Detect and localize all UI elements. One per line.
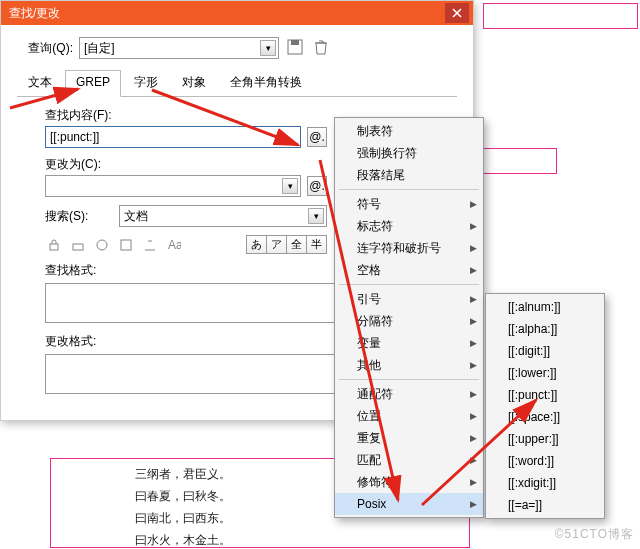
svg-point-4 <box>97 240 107 250</box>
menu-item[interactable]: 制表符 <box>335 120 483 142</box>
query-label: 查询(Q): <box>17 40 73 57</box>
submenu-item[interactable]: [[:word:]] <box>486 450 604 472</box>
menu-item[interactable]: 分隔符 <box>335 310 483 332</box>
bg-text-frame <box>483 148 557 174</box>
menu-item[interactable]: 标志符 <box>335 215 483 237</box>
menu-item[interactable]: 位置 <box>335 405 483 427</box>
menu-item[interactable]: 匹配 <box>335 449 483 471</box>
svg-text:Aa: Aa <box>168 238 181 252</box>
submenu-item[interactable]: [[:alnum:]] <box>486 296 604 318</box>
locked-stories-icon[interactable] <box>69 236 87 254</box>
svg-rect-2 <box>50 244 58 250</box>
tab-object[interactable]: 对象 <box>171 69 217 96</box>
submenu-item[interactable]: [[:lower:]] <box>486 362 604 384</box>
footnotes-icon[interactable] <box>141 236 159 254</box>
menu-item[interactable]: 段落结尾 <box>335 164 483 186</box>
find-input[interactable] <box>45 126 301 148</box>
search-scope-label: 搜索(S): <box>45 208 113 225</box>
submenu-item[interactable]: [[:space:]] <box>486 406 604 428</box>
watermark: ©51CTO博客 <box>555 526 634 543</box>
chevron-down-icon: ▾ <box>308 208 324 224</box>
query-combo[interactable]: [自定] ▾ <box>79 37 279 59</box>
close-button[interactable] <box>445 3 469 23</box>
menu-item[interactable]: 符号 <box>335 193 483 215</box>
tab-width-convert[interactable]: 全角半角转换 <box>219 69 313 96</box>
submenu-item[interactable]: [[:xdigit:]] <box>486 472 604 494</box>
menu-item[interactable]: 通配符 <box>335 383 483 405</box>
change-special-chars-button[interactable]: @. <box>307 176 327 196</box>
save-query-icon[interactable] <box>287 39 305 57</box>
hidden-layers-icon[interactable] <box>93 236 111 254</box>
master-pages-icon[interactable] <box>117 236 135 254</box>
submenu-item[interactable]: [[:punct:]] <box>486 384 604 406</box>
special-chars-menu: 制表符强制换行符段落结尾符号标志符连字符和破折号空格引号分隔符变量其他通配符位置… <box>334 117 484 518</box>
tab-bar: 文本 GREP 字形 对象 全角半角转换 <box>17 69 457 97</box>
svg-rect-1 <box>291 40 299 45</box>
dialog-title: 查找/更改 <box>9 5 445 22</box>
submenu-item[interactable]: [[:digit:]] <box>486 340 604 362</box>
menu-item[interactable]: 重复 <box>335 427 483 449</box>
document-text: 三纲者，君臣义。 曰春夏，曰秋冬。 曰南北，曰西东。 曰水火，木金土。 <box>135 463 231 549</box>
case-sensitive-icon[interactable]: Aa <box>165 236 183 254</box>
menu-item[interactable]: 强制换行符 <box>335 142 483 164</box>
menu-item[interactable]: Posix <box>335 493 483 515</box>
tab-glyph[interactable]: 字形 <box>123 69 169 96</box>
menu-item[interactable]: 修饰符 <box>335 471 483 493</box>
titlebar[interactable]: 查找/更改 <box>1 1 473 25</box>
find-special-chars-button[interactable]: @. <box>307 127 327 147</box>
bg-text-frame <box>483 3 638 29</box>
submenu-item[interactable]: [[:alpha:]] <box>486 318 604 340</box>
chevron-down-icon: ▾ <box>282 178 298 194</box>
menu-item[interactable]: 其他 <box>335 354 483 376</box>
width-mode-segment[interactable]: あ ア 全 半 <box>246 235 327 254</box>
delete-query-icon[interactable] <box>313 39 331 57</box>
menu-item[interactable]: 变量 <box>335 332 483 354</box>
close-icon <box>452 8 462 18</box>
svg-rect-5 <box>121 240 131 250</box>
menu-item[interactable]: 连字符和破折号 <box>335 237 483 259</box>
change-input[interactable]: ▾ <box>45 175 301 197</box>
posix-submenu: [[:alnum:]][[:alpha:]][[:digit:]][[:lowe… <box>485 293 605 519</box>
tab-grep[interactable]: GREP <box>65 70 121 97</box>
menu-item[interactable]: 引号 <box>335 288 483 310</box>
search-scope-combo[interactable]: 文档 ▾ <box>119 205 327 227</box>
tab-text[interactable]: 文本 <box>17 69 63 96</box>
menu-item[interactable]: 空格 <box>335 259 483 281</box>
svg-rect-3 <box>73 244 83 250</box>
locked-layers-icon[interactable] <box>45 236 63 254</box>
submenu-item[interactable]: [[:upper:]] <box>486 428 604 450</box>
chevron-down-icon: ▾ <box>260 40 276 56</box>
submenu-item[interactable]: [[=a=]] <box>486 494 604 516</box>
